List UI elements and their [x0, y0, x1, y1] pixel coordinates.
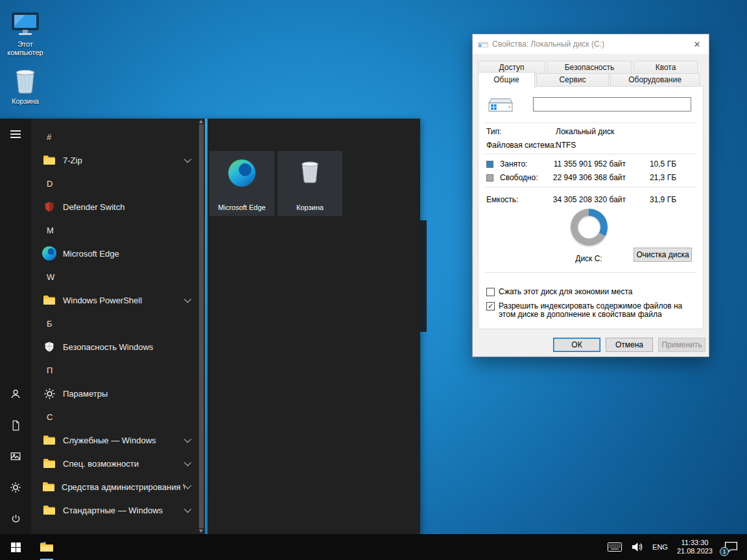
start-menu-app-list: # 7-Zip D Defender Switch M Microsoft Ed…	[31, 119, 198, 534]
desktop-icon-label: Этот компьютер	[4, 40, 47, 57]
apply-button[interactable]: Применить	[658, 338, 706, 352]
applist-item-windows-security[interactable]: Безопасность Windows	[31, 335, 198, 358]
close-icon[interactable]: ✕	[685, 34, 709, 54]
applist-item-label: Спец. возможности	[63, 459, 139, 469]
windows-logo-icon	[11, 542, 21, 552]
drive-icon	[488, 95, 513, 116]
type-label: Тип:	[486, 127, 501, 136]
applist-letter-hash[interactable]: #	[31, 125, 198, 148]
security-shield-icon	[42, 340, 56, 354]
applist-item-7zip[interactable]: 7-Zip	[31, 148, 198, 172]
dialog-titlebar[interactable]: Свойства: Локальный диск (C:) ✕	[473, 34, 709, 54]
applist-item-label: Windows PowerShell	[63, 296, 142, 305]
applist-letter-b[interactable]: Б	[31, 312, 198, 335]
applist-item-label: Средства администрирования W...	[62, 482, 185, 492]
recycle-bin-icon	[4, 65, 47, 95]
scrollbar-thumb[interactable]	[199, 124, 204, 528]
index-checkbox-row[interactable]: ✓ Разрешить индексировать содержимое фай…	[486, 302, 698, 319]
applist-item-settings[interactable]: Параметры	[31, 382, 198, 405]
file-explorer-icon	[39, 539, 54, 555]
ok-button[interactable]: ОК	[553, 338, 600, 352]
applist-letter-d[interactable]: D	[31, 172, 198, 195]
applist-item-system-windows[interactable]: Служебные — Windows	[31, 428, 198, 452]
documents-button[interactable]	[0, 410, 31, 441]
tile-microsoft-edge[interactable]: Microsoft Edge	[209, 151, 274, 216]
volume-label-input[interactable]	[533, 97, 691, 111]
this-pc-icon	[4, 8, 47, 38]
recycle-bin-icon	[299, 159, 321, 187]
free-space-row: Свободно: 22 949 306 368 байт 21,3 ГБ	[486, 173, 695, 183]
folder-icon	[42, 293, 56, 307]
pictures-button[interactable]	[0, 441, 31, 472]
chevron-down-icon	[184, 506, 191, 513]
chevron-down-icon	[184, 156, 191, 163]
applist-item-admin-tools[interactable]: Средства администрирования W...	[31, 475, 198, 498]
tab-general[interactable]: Общие	[478, 72, 535, 88]
tile-label: Microsoft Edge	[209, 204, 274, 211]
keyboard-icon	[608, 542, 622, 552]
tab-quota[interactable]: Квота	[634, 61, 698, 74]
tab-tools[interactable]: Сервис	[536, 73, 609, 87]
applist-item-label: Безопасность Windows	[63, 342, 153, 352]
clock[interactable]: 11:33:30 21.08.2023	[677, 539, 713, 555]
edge-icon	[228, 159, 255, 187]
language-indicator[interactable]: ENG	[652, 543, 668, 551]
clock-date: 21.08.2023	[677, 547, 713, 555]
filesystem-row: Файловая система: NTFS	[486, 141, 695, 151]
disk-cleanup-button[interactable]: Очистка диска	[634, 248, 692, 262]
cancel-button[interactable]: Отмена	[606, 338, 653, 352]
volume-button[interactable]	[631, 542, 643, 552]
capacity-row: Емкость: 34 305 208 320 байт 31,9 ГБ	[486, 195, 695, 205]
applist-item-label: Стандартные — Windows	[63, 506, 163, 515]
checkbox-unchecked[interactable]	[486, 288, 495, 296]
properties-dialog: Свойства: Локальный диск (C:) ✕ Доступ Б…	[472, 34, 709, 357]
compress-checkbox-row[interactable]: Сжать этот диск для экономии места	[486, 288, 698, 296]
type-row: Тип: Локальный диск	[486, 127, 695, 137]
applist-item-label: Microsoft Edge	[63, 249, 119, 259]
applist-item-accessibility[interactable]: Спец. возможности	[31, 452, 198, 475]
desktop-icon-this-pc[interactable]: Этот компьютер	[4, 8, 47, 57]
tile-recycle-bin[interactable]: Корзина	[278, 151, 342, 216]
expand-menu-button[interactable]	[0, 119, 31, 150]
applist-item-accessories-windows[interactable]: Стандартные — Windows	[31, 498, 198, 522]
chevron-down-icon	[184, 482, 191, 489]
desktop: Этот компьютер Корзина	[0, 0, 747, 560]
checkbox-checked[interactable]: ✓	[486, 302, 495, 310]
letter-label: Б	[31, 319, 53, 329]
start-button[interactable]	[0, 534, 31, 560]
free-bytes: 22 949 306 368 байт	[553, 173, 626, 182]
applist-item-defender-switch[interactable]: Defender Switch	[31, 195, 198, 218]
menu-accent-divider	[205, 119, 208, 534]
applist-letter-s[interactable]: С	[31, 405, 198, 428]
app-list-scrollbar[interactable]	[198, 119, 204, 534]
tab-hardware[interactable]: Оборудование	[610, 73, 700, 87]
separator	[485, 154, 696, 154]
applist-letter-m[interactable]: M	[31, 218, 198, 242]
applist-item-windows-powershell[interactable]: Windows PowerShell	[31, 288, 198, 312]
power-button[interactable]	[0, 503, 31, 534]
system-tray: ENG 11:33:30 21.08.2023 1	[608, 534, 747, 560]
scroll-up-arrow[interactable]	[199, 120, 203, 123]
desktop-icon-recycle-bin[interactable]: Корзина	[4, 65, 47, 106]
touch-keyboard-button[interactable]	[608, 542, 622, 552]
tab-security[interactable]: Безопасность	[547, 61, 632, 74]
pictures-icon	[10, 450, 21, 462]
used-space-row: Занято: 11 355 901 952 байт 10,5 ГБ	[486, 159, 695, 170]
capacity-size: 31,9 ГБ	[650, 195, 676, 204]
index-checkbox-label: Разрешить индексировать содержимое файло…	[499, 302, 698, 319]
user-account-button[interactable]	[0, 379, 31, 410]
used-legend-swatch	[486, 161, 493, 168]
action-center-button[interactable]: 1	[724, 541, 738, 554]
tile-label: Корзина	[278, 204, 342, 211]
scroll-down-arrow[interactable]	[199, 530, 203, 533]
start-menu-rail	[0, 119, 31, 534]
file-explorer-button[interactable]	[31, 534, 62, 560]
applist-letter-w[interactable]: W	[31, 265, 198, 288]
chevron-down-icon	[184, 459, 191, 466]
applist-item-microsoft-edge[interactable]: Microsoft Edge	[31, 242, 198, 265]
chevron-down-icon	[184, 436, 191, 443]
applist-item-label: Служебные — Windows	[63, 436, 156, 445]
settings-button[interactable]	[0, 472, 31, 503]
applist-letter-p[interactable]: П	[31, 358, 198, 382]
folder-icon	[42, 153, 56, 167]
